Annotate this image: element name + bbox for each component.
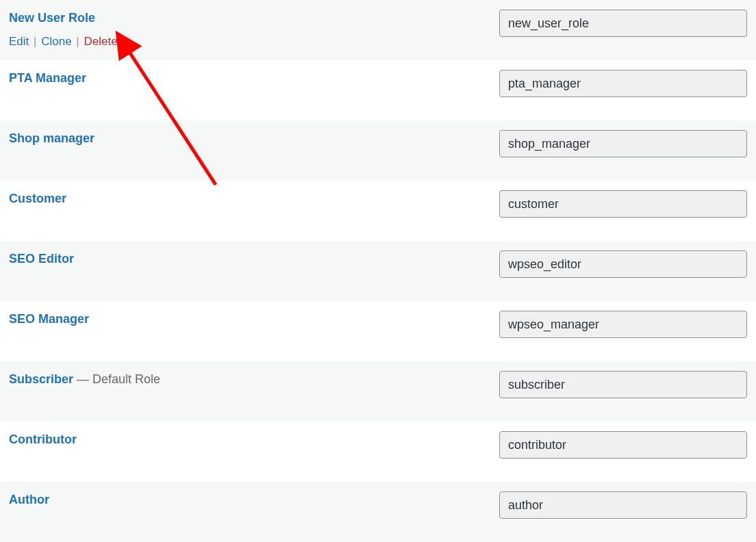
role-title-link[interactable]: New User Role: [9, 11, 95, 25]
role-slug-input[interactable]: [499, 70, 747, 97]
role-title-link[interactable]: SEO Manager: [9, 312, 89, 326]
delete-link[interactable]: Delete: [84, 35, 117, 48]
role-name-cell: SEO Editor: [9, 248, 499, 266]
role-row: SEO Editor: [0, 241, 756, 301]
role-row: SEO Manager: [0, 301, 756, 361]
role-title-link[interactable]: Contributor: [9, 433, 77, 446]
role-title-link[interactable]: Shop manager: [9, 131, 94, 145]
role-slug-cell: [499, 188, 747, 218]
role-row: Contributor: [0, 422, 756, 482]
role-slug-cell: [499, 489, 747, 519]
role-slug-input[interactable]: [499, 10, 747, 37]
role-slug-cell: [499, 428, 747, 459]
role-slug-cell: [499, 67, 747, 97]
role-name-cell: Subscriber — Default Role: [9, 368, 499, 387]
role-slug-input[interactable]: [499, 130, 747, 157]
role-row: PTA Manager: [0, 60, 756, 120]
role-slug-cell: [499, 248, 747, 278]
role-row: Customer: [0, 181, 756, 241]
role-title-link[interactable]: PTA Manager: [9, 71, 86, 85]
role-slug-input[interactable]: [499, 491, 747, 519]
role-row: Shop manager: [0, 120, 756, 181]
role-name-cell: Contributor: [9, 428, 499, 447]
role-name-cell: SEO Manager: [9, 308, 499, 326]
role-name-cell: PTA Manager: [9, 67, 499, 86]
role-name-cell: Customer: [9, 188, 499, 206]
role-slug-input[interactable]: [499, 250, 747, 278]
role-title-link[interactable]: Author: [9, 493, 49, 506]
role-title-link[interactable]: SEO Editor: [9, 252, 74, 266]
roles-list: New User RoleEdit | Clone | DeletePTA Ma…: [0, 0, 756, 542]
role-row: Author: [0, 482, 756, 542]
clone-link[interactable]: Clone: [41, 35, 71, 48]
role-row: New User RoleEdit | Clone | Delete: [0, 0, 756, 60]
separator: |: [73, 35, 83, 48]
separator: |: [30, 35, 40, 48]
role-slug-cell: [499, 127, 747, 157]
edit-link[interactable]: Edit: [9, 35, 29, 48]
role-title-link[interactable]: Subscriber: [9, 372, 73, 386]
role-slug-cell: [499, 308, 747, 338]
role-slug-input[interactable]: [499, 431, 747, 459]
role-slug-cell: [499, 368, 747, 398]
role-slug-input[interactable]: [499, 190, 747, 218]
default-role-badge: — Default Role: [73, 372, 160, 386]
role-title-link[interactable]: Customer: [9, 192, 66, 205]
row-actions: Edit | Clone | Delete: [9, 35, 499, 49]
role-row: Subscriber — Default Role: [0, 361, 756, 422]
role-name-cell: Shop manager: [9, 127, 499, 146]
role-slug-input[interactable]: [499, 371, 747, 398]
role-name-cell: Author: [9, 489, 499, 507]
role-name-cell: New User RoleEdit | Clone | Delete: [9, 7, 499, 49]
role-slug-input[interactable]: [499, 311, 747, 338]
role-slug-cell: [499, 7, 747, 37]
